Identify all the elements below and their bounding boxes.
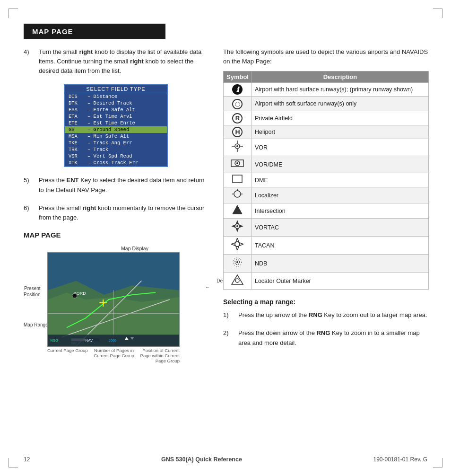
page-title: MAP PAGE (32, 27, 73, 35)
symbol-localizer (224, 187, 252, 203)
svg-point-41 (235, 242, 240, 247)
svg-marker-37 (236, 220, 239, 224)
step-4-text: Turn the small right knob to display the… (39, 47, 208, 76)
table-row: VOR/DME (224, 156, 429, 173)
desc-localizer: Localizer (252, 187, 428, 203)
select-row-gs: GS– Ground Speed (65, 126, 167, 133)
col-description: Description (252, 71, 428, 83)
desc-private: Private Airfield (252, 111, 428, 125)
table-row: R Private Airfield (224, 111, 429, 125)
svg-marker-45 (231, 243, 235, 246)
position-current-label: Position of CurrentPage within CurrentPa… (140, 348, 180, 363)
col-symbol: Symbol (224, 71, 252, 83)
desc-vordme: VOR/DME (252, 156, 428, 173)
desc-airport-soft: Airport with soft surface runway(s) only (252, 97, 428, 111)
select-row-trk: TRK– Track (65, 146, 167, 153)
select-row-eta: ETA– Est Time Arvl (65, 113, 167, 120)
svg-marker-40 (231, 225, 235, 228)
desc-lom: Locator Outer Marker (252, 273, 428, 290)
select-field-type-box: SELECT FIELD TYPE DIS– Distance DTK– Des… (64, 84, 168, 167)
table-row: H Heliport (224, 125, 429, 139)
map-range-label: Map Range (24, 322, 48, 327)
symbol-dme (224, 173, 252, 187)
range-step-2: 2) Press the down arrow of the RNG Key t… (223, 328, 429, 347)
svg-text:NSG: NSG (50, 338, 58, 343)
svg-text:NAV: NAV (86, 338, 93, 343)
range-step-2-text: Press the down arrow of the RNG Key to z… (238, 328, 429, 347)
step-5-num: 5) (24, 176, 39, 194)
select-row-msa: MSA– Min Safe Alt (65, 133, 167, 140)
desc-airport-hard: Airport with hard surface runway(s); (pr… (252, 83, 428, 97)
svg-point-50 (235, 279, 239, 282)
symbol-vordme (224, 156, 252, 173)
table-row: VOR (224, 139, 429, 156)
svg-point-30 (234, 191, 241, 197)
svg-point-36 (236, 225, 238, 227)
left-column: 4) Turn the small right knob to display … (24, 47, 208, 363)
desired-track-arrow: ← (205, 284, 210, 290)
select-row-dtk: DTK– Desired Track (65, 100, 167, 106)
desc-dme: DME (252, 173, 428, 187)
range-step-1: 1) Press the up arrow of the RNG Key to … (223, 310, 429, 320)
range-step-1-text: Press the up arrow of the RNG Key to zoo… (238, 310, 427, 320)
sub-header-map-page: MAP PAGE (24, 231, 208, 239)
table-row: ◯ Airport with soft surface runway(s) on… (224, 97, 429, 111)
map-diagram: Map Display PresentPosition Map Range De… (24, 246, 208, 363)
desc-vortac: VORTAC (252, 219, 428, 237)
range-step-1-num: 1) (223, 310, 238, 320)
desc-intersection: Intersection (252, 203, 428, 219)
symbol-private: R (224, 111, 252, 125)
svg-marker-42 (236, 238, 239, 242)
intro-text: The following symbols are used to depict… (223, 47, 429, 66)
svg-point-21 (236, 145, 238, 147)
svg-marker-39 (236, 229, 239, 232)
select-box-title: SELECT FIELD TYPE (65, 85, 167, 93)
symbol-vortac (224, 219, 252, 237)
select-row-ete: ETE– Est Time Enrte (65, 120, 167, 126)
map-canvas: KORD NM NSG NAV 2000 (47, 252, 180, 347)
step-4-num: 4) (24, 47, 39, 76)
svg-marker-34 (233, 205, 242, 214)
symbol-heliport: H (224, 125, 252, 139)
svg-rect-29 (233, 175, 242, 183)
symbol-intersection (224, 203, 252, 219)
table-row: Intersection (224, 203, 429, 219)
present-position-label: PresentPosition (24, 285, 41, 298)
svg-marker-44 (236, 247, 239, 250)
right-column: The following symbols are used to depict… (223, 47, 429, 356)
table-row: Localizer (224, 187, 429, 203)
desc-tacan: TACAN (252, 237, 428, 255)
svg-point-10 (72, 293, 77, 298)
step-6: 6) Press the small right knob momentaril… (24, 203, 208, 222)
map-bottom-labels: Current Page Group Number of Pages inCur… (47, 348, 180, 363)
symbol-airport-soft: ◯ (224, 97, 252, 111)
svg-text:2000: 2000 (109, 339, 116, 342)
select-row-vsr: VSR– Vert Spd Read (65, 153, 167, 159)
symbol-ndb (224, 255, 252, 273)
table-row: ℹ Airport with hard surface runway(s); (… (224, 83, 429, 97)
symbol-tacan (224, 237, 252, 255)
desc-vor: VOR (252, 139, 428, 156)
desc-ndb: NDB (252, 255, 428, 273)
select-row-esa: ESA– Enrte Safe Alt (65, 106, 167, 113)
footer: 12 GNS 530(A) Quick Reference 190-00181-… (24, 456, 427, 463)
footer-page-num: 12 (24, 456, 30, 463)
header-bar: MAP PAGE (24, 24, 165, 39)
step-5-text: Press the ENT Key to select the desired … (39, 176, 208, 194)
svg-marker-43 (240, 243, 243, 246)
svg-point-47 (236, 261, 238, 263)
svg-marker-38 (240, 225, 243, 228)
select-row-xtk: XTK– Cross Track Err (65, 159, 167, 166)
symbol-table: Symbol Description ℹ Airport with hard s… (223, 71, 429, 290)
table-row: TACAN (224, 237, 429, 255)
map-display-label: Map Display (61, 246, 208, 251)
step-6-text: Press the small right knob momentarily t… (39, 203, 208, 222)
symbol-lom (224, 273, 252, 290)
range-section: Selecting a map range: 1) Press the up a… (223, 298, 429, 347)
select-row-tke: TKE– Track Ang Err (65, 140, 167, 146)
step-4: 4) Turn the small right knob to display … (24, 47, 208, 76)
current-page-group-label: Current Page Group (47, 348, 88, 363)
step-5: 5) Press the ENT Key to select the desir… (24, 176, 208, 194)
footer-title: GNS 530(A) Quick Reference (161, 456, 242, 463)
table-row: VORTAC (224, 219, 429, 237)
